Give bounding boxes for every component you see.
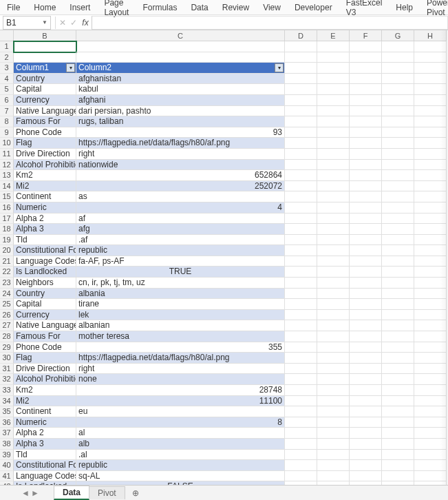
column-header[interactable]: D (285, 30, 317, 41)
cell[interactable] (285, 299, 317, 310)
cell[interactable] (382, 310, 414, 321)
cell[interactable] (382, 191, 414, 202)
cell[interactable] (285, 428, 317, 439)
cell[interactable] (76, 52, 285, 63)
cell[interactable] (382, 202, 414, 213)
cell[interactable] (350, 417, 382, 428)
cell[interactable]: dari persian, pashto (76, 106, 285, 117)
row-header[interactable]: 18 (0, 224, 14, 235)
cell[interactable] (350, 52, 382, 63)
cell[interactable] (350, 138, 382, 149)
cell[interactable] (317, 202, 350, 213)
ribbon-tab[interactable]: Review (220, 1, 252, 14)
cell[interactable] (317, 256, 350, 267)
cell[interactable]: 355 (76, 342, 285, 353)
row-header[interactable]: 22 (0, 267, 14, 278)
row-header[interactable]: 16 (0, 202, 14, 213)
cell[interactable] (382, 331, 414, 342)
cell[interactable] (317, 74, 350, 85)
cell[interactable] (382, 417, 414, 428)
cell[interactable]: 4 (76, 202, 285, 213)
row-header[interactable]: 12 (0, 160, 14, 171)
cell[interactable] (285, 289, 317, 300)
cell[interactable]: Alcohol Prohibition (14, 374, 76, 385)
cell[interactable] (317, 149, 350, 160)
name-box[interactable]: B1 ▼ (3, 16, 51, 30)
cell[interactable] (285, 256, 317, 267)
cell[interactable] (382, 320, 414, 331)
cell[interactable] (350, 439, 382, 450)
cell[interactable] (285, 353, 317, 364)
chevron-down-icon[interactable]: ▼ (42, 19, 47, 25)
cell[interactable] (285, 320, 317, 331)
cell[interactable] (285, 278, 317, 289)
cell[interactable] (350, 428, 382, 439)
cell[interactable] (317, 224, 350, 235)
select-all-corner[interactable] (0, 30, 14, 41)
ribbon-tab[interactable]: File (4, 1, 23, 14)
cell[interactable]: Alpha 2 (14, 213, 76, 225)
cell[interactable] (350, 385, 382, 396)
cell[interactable] (317, 106, 350, 117)
cell[interactable] (350, 74, 382, 85)
cell[interactable]: none (76, 374, 285, 385)
cell[interactable] (382, 278, 414, 289)
cell[interactable]: Mi2 (14, 181, 76, 192)
cell[interactable]: Capital (14, 84, 76, 95)
row-header[interactable]: 26 (0, 310, 14, 321)
row-header[interactable]: 34 (0, 396, 14, 407)
cell[interactable] (350, 84, 382, 95)
cell[interactable]: Numeric (14, 417, 76, 428)
cell[interactable]: 28748 (76, 385, 285, 396)
cell[interactable] (350, 160, 382, 171)
row-header[interactable]: 30 (0, 353, 14, 364)
cell[interactable]: Native Language (14, 106, 76, 117)
row-header[interactable]: 21 (0, 256, 14, 267)
cell[interactable] (285, 84, 317, 95)
add-sheet-icon[interactable]: ⊕ (129, 488, 142, 498)
cell[interactable] (285, 471, 317, 482)
cell[interactable]: https://flagpedia.net/data/flags/h80/al.… (76, 353, 285, 364)
cell[interactable] (350, 213, 382, 225)
cell[interactable]: af (76, 213, 285, 225)
row-header[interactable]: 38 (0, 439, 14, 450)
cell[interactable]: Capital (14, 299, 76, 310)
cell[interactable] (382, 353, 414, 364)
row-header[interactable]: 14 (0, 181, 14, 192)
cell[interactable] (285, 460, 317, 471)
cell[interactable] (350, 202, 382, 213)
cell[interactable] (285, 396, 317, 407)
cell[interactable]: lek (76, 310, 285, 321)
column-header[interactable]: C (76, 30, 285, 41)
cell[interactable]: Tld (14, 450, 76, 461)
column-header[interactable]: F (350, 30, 382, 41)
cell[interactable] (382, 138, 414, 149)
cell[interactable] (350, 374, 382, 385)
cell[interactable] (350, 149, 382, 160)
cell[interactable]: right (76, 149, 285, 160)
row-header[interactable]: 33 (0, 385, 14, 396)
grid-cells[interactable]: Column1▾Column2▾CountryafghanistanCapita… (14, 41, 448, 496)
ribbon-tab[interactable]: Formulas (140, 1, 180, 14)
cell[interactable] (76, 41, 285, 52)
cell[interactable] (350, 63, 382, 74)
sheet-nav-next-icon[interactable]: ► (30, 488, 40, 498)
cell[interactable] (382, 84, 414, 95)
row-header[interactable]: 10 (0, 138, 14, 149)
row-header[interactable]: 39 (0, 450, 14, 461)
cell[interactable] (382, 224, 414, 235)
cell[interactable] (285, 450, 317, 461)
cell[interactable] (285, 116, 317, 127)
cell[interactable] (350, 396, 382, 407)
cell[interactable] (14, 52, 76, 63)
cell[interactable] (350, 342, 382, 353)
row-header[interactable]: 2 (0, 52, 14, 63)
cell[interactable] (350, 331, 382, 342)
cell[interactable] (382, 170, 414, 181)
cell[interactable] (285, 439, 317, 450)
cell[interactable] (350, 310, 382, 321)
row-header[interactable]: 7 (0, 106, 14, 117)
cell[interactable] (382, 439, 414, 450)
cell[interactable] (285, 364, 317, 375)
cell[interactable] (285, 138, 317, 149)
